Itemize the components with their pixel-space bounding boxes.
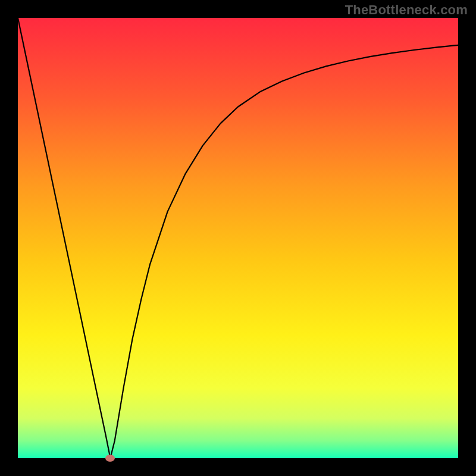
optimal-point-marker <box>105 455 115 462</box>
watermark-text: TheBottleneck.com <box>345 2 468 18</box>
chart-frame: TheBottleneck.com <box>0 0 476 476</box>
chart-plot <box>18 18 458 458</box>
gradient-background <box>18 18 458 458</box>
